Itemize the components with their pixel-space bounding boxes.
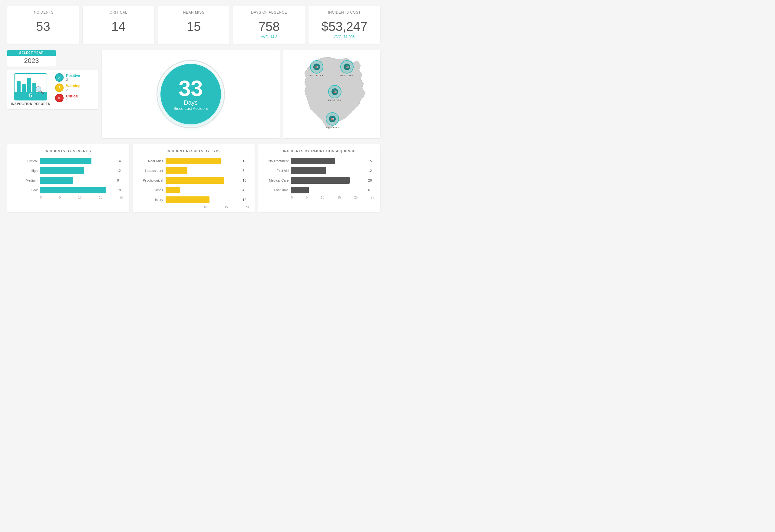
- bar-fill-1: [166, 167, 188, 174]
- bar-track-0: [166, 158, 239, 164]
- kpi-card-2: Near Miss 15: [158, 6, 230, 44]
- critical-label: Critical: [66, 94, 78, 98]
- kpi-value-1: 14: [89, 20, 148, 34]
- status-item-critical: ✕ Critical 1: [55, 94, 80, 102]
- bar-track-3: [40, 187, 113, 193]
- bar-value-3: 18: [117, 188, 123, 192]
- x-axis: 05101520: [139, 205, 249, 209]
- bar-track-0: [40, 158, 113, 164]
- x-axis: 05101520: [13, 196, 123, 199]
- bar-chart: No Treatment 15 First Aid 12 Medical Car…: [264, 158, 374, 193]
- bar-value-2: 20: [368, 179, 374, 182]
- year-selector[interactable]: SELECT YEAR 2023: [7, 50, 56, 67]
- x-axis-label: 15: [225, 205, 228, 209]
- center-panel: 33 Days Since Last Accident: [102, 50, 280, 138]
- bar-row: Injury 12: [139, 196, 249, 203]
- chart-title: INCIDENTS BY INJURY CONSEQUENCE: [264, 149, 374, 153]
- positive-icon: ✓: [55, 73, 64, 82]
- x-axis-label: 10: [78, 196, 81, 199]
- bar-fill-1: [40, 167, 84, 174]
- factory-marker-0: 🏭 FACTORY: [310, 60, 323, 77]
- bar-fill-2: [166, 177, 224, 184]
- bar-fill-4: [166, 196, 210, 203]
- bar-value-1: 12: [368, 169, 374, 172]
- x-axis-label: 20: [245, 205, 248, 209]
- x-axis-label: 0: [166, 205, 167, 209]
- kpi-label-2: Near Miss: [164, 10, 224, 17]
- factory-inner-1: 🏭: [343, 64, 350, 70]
- factory-label-0: FACTORY: [310, 74, 323, 77]
- bar-chart: Near Miss 15 Harassment 6 Psychological …: [139, 158, 249, 203]
- x-axis-label: 25: [371, 196, 374, 199]
- warning-icon: !: [55, 84, 64, 92]
- bar-row: Psychological 16: [139, 177, 249, 184]
- bar-chart: Critical 14 High 12 Medium 9 Low: [13, 158, 123, 193]
- kpi-card-0: Incidents 53: [7, 6, 79, 44]
- bar-label-2: Psychological: [139, 179, 163, 182]
- x-axis-label: 0: [291, 196, 293, 199]
- x-axis-label: 15: [99, 196, 102, 199]
- kpi-label-0: Incidents: [13, 10, 73, 17]
- bar-row: Low 18: [13, 187, 123, 193]
- bar-row: Medical Care 20: [264, 177, 374, 184]
- bar-track-2: [40, 177, 113, 184]
- kpi-card-1: Critical 14: [83, 6, 154, 44]
- bar-label-1: Harassment: [139, 169, 163, 172]
- bar-label-3: Lost Time: [264, 188, 288, 192]
- factory-label-2: FACTORY: [328, 99, 342, 102]
- x-axis-label: 0: [40, 196, 42, 199]
- kpi-value-4: $53,247: [314, 20, 374, 34]
- bar-track-1: [40, 167, 113, 174]
- bar-fill-0: [291, 158, 335, 164]
- bar-track-3: [291, 187, 364, 193]
- bar-row: Lost Time 6: [264, 187, 374, 193]
- factory-label-1: FACTORY: [340, 74, 354, 77]
- bar-row: Critical 14: [13, 158, 123, 164]
- positive-label: Positive: [66, 74, 80, 78]
- bar-value-2: 9: [117, 179, 123, 182]
- critical-icon: ✕: [55, 94, 64, 102]
- charts-row: INCIDENTS BY SEVERITY Critical 14 High 1…: [7, 144, 380, 212]
- bar-fill-3: [40, 187, 106, 193]
- x-axis-label: 10: [321, 196, 324, 199]
- bar-row: Medium 9: [13, 177, 123, 184]
- status-item-positive: ✓ Positive 2: [55, 73, 80, 82]
- status-item-warning: ! Warning 2: [55, 84, 80, 92]
- kpi-value-0: 53: [13, 20, 73, 34]
- bar-fill-3: [166, 187, 180, 193]
- x-axis-label: 10: [204, 205, 207, 209]
- kpi-label-4: Incidents Cost: [314, 10, 374, 17]
- map-panel: 🏭 FACTORY 🏭 FACTORY 🏭 FACTORY 🏭 FACTORY: [283, 50, 380, 138]
- bar-fill-2: [40, 177, 73, 184]
- factory-bubble-3: 🏭: [326, 112, 339, 126]
- kpi-card-4: Incidents Cost $53,247 AVG. $1,005: [308, 6, 380, 44]
- bar-label-2: Medium: [13, 179, 38, 182]
- bar-fill-0: [166, 158, 221, 164]
- bar-track-2: [166, 177, 239, 184]
- bar-label-0: Near Miss: [139, 159, 163, 163]
- bar-row: Harassment 6: [139, 167, 249, 174]
- bar-fill-3: [291, 187, 308, 193]
- x-axis-label: 20: [354, 196, 357, 199]
- bar-row: High 12: [13, 167, 123, 174]
- chart-card: INCIDENTS BY SEVERITY Critical 14 High 1…: [7, 144, 129, 212]
- bar-track-1: [166, 167, 239, 174]
- kpi-sub-4: AVG. $1,005: [314, 35, 374, 39]
- bar-fill-2: [291, 177, 350, 184]
- x-axis-label: 5: [185, 205, 186, 209]
- positive-count: 2: [66, 78, 80, 81]
- bar-label-0: No Treatment: [264, 159, 288, 163]
- kpi-label-3: Days of Absence: [239, 10, 299, 17]
- bar-label-3: Low: [13, 188, 38, 192]
- chart-card: INCIDENT RESULTS BY TYPE Near Miss 15 Ha…: [133, 144, 255, 212]
- kpi-card-3: Days of Absence 758 AVG. 14.3: [233, 6, 305, 44]
- critical-count: 1: [66, 98, 78, 102]
- inspection-label: INSPECTION REPORTS: [11, 102, 50, 106]
- positive-text: Positive 2: [66, 74, 80, 81]
- bar-value-3: 4: [242, 188, 248, 192]
- kpi-sub-3: AVG. 14.3: [239, 35, 299, 39]
- inspection-icon-box: 🔍 5: [14, 73, 47, 100]
- factory-label-3: FACTORY: [326, 126, 339, 129]
- bar-row: First Aid 12: [264, 167, 374, 174]
- bar-label-3: Illnes: [139, 188, 163, 192]
